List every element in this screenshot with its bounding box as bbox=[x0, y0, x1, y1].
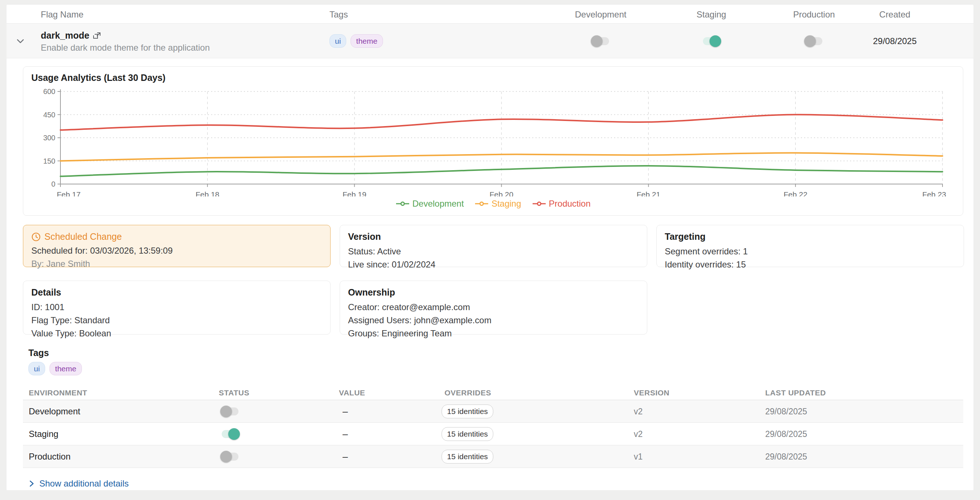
svg-text:Feb 22: Feb 22 bbox=[783, 190, 807, 196]
chart-legend: DevelopmentStagingProduction bbox=[23, 199, 963, 209]
targeting-card-title: Targeting bbox=[665, 232, 956, 242]
tag-pill-theme[interactable]: theme bbox=[49, 362, 81, 375]
expand-chevron-icon[interactable] bbox=[14, 36, 26, 46]
env-name: Staging bbox=[29, 423, 58, 445]
development-row-toggle[interactable] bbox=[222, 407, 239, 415]
svg-text:Feb 21: Feb 21 bbox=[637, 190, 660, 196]
scheduled-change-title: Scheduled Change bbox=[45, 232, 122, 242]
scheduled-for: Scheduled for: 03/03/2026, 13:59:09 bbox=[31, 246, 322, 256]
tag-pill-ui[interactable]: ui bbox=[329, 34, 346, 48]
column-production: Production bbox=[767, 10, 861, 20]
svg-text:Feb 19: Feb 19 bbox=[342, 190, 366, 196]
identities-badge[interactable]: 15 identities bbox=[442, 427, 493, 441]
development-toggle[interactable] bbox=[592, 37, 609, 45]
staging-toggle[interactable] bbox=[703, 37, 720, 45]
env-name: Development bbox=[29, 400, 80, 423]
identities-badge[interactable]: 15 identities bbox=[442, 450, 493, 463]
env-name: Production bbox=[29, 445, 71, 468]
flag-row: dark_mode Enable dark mode theme for the… bbox=[6, 24, 974, 58]
details-card: Details ID: 1001 Flag Type: Standard Val… bbox=[23, 281, 331, 335]
assigned-users: Assigned Users: john@example.com bbox=[348, 315, 639, 326]
env-last-updated: 29/08/2025 bbox=[765, 445, 807, 468]
tag-pill-ui[interactable]: ui bbox=[29, 362, 45, 375]
value-type: Value Type: Boolean bbox=[31, 328, 322, 339]
identities-badge[interactable]: 15 identities bbox=[442, 404, 493, 419]
external-link-icon[interactable] bbox=[93, 31, 102, 40]
version-live-since: Live since: 01/02/2024 bbox=[348, 259, 639, 270]
details-card-title: Details bbox=[31, 287, 322, 298]
legend-item-development[interactable]: Development bbox=[396, 199, 464, 209]
scheduled-by: By: Jane Smith bbox=[31, 259, 322, 269]
header-status: STATUS bbox=[219, 388, 249, 397]
header-environment: ENVIRONMENT bbox=[29, 388, 88, 397]
chart-title: Usage Analytics (Last 30 Days) bbox=[31, 72, 165, 83]
flag-description: Enable dark mode theme for the applicati… bbox=[41, 43, 210, 53]
version-status: Status: Active bbox=[348, 246, 639, 257]
ownership-card-title: Ownership bbox=[348, 287, 639, 298]
tags-section-tags: uitheme bbox=[29, 362, 82, 375]
version-card-title: Version bbox=[348, 232, 639, 242]
header-version: VERSION bbox=[634, 388, 670, 397]
env-version: v2 bbox=[634, 400, 643, 423]
env-last-updated: 29/08/2025 bbox=[765, 400, 807, 423]
env-version: v2 bbox=[634, 423, 643, 445]
column-development: Development bbox=[554, 10, 648, 20]
tags-section-title: Tags bbox=[29, 348, 49, 358]
table-row-production: Production – 15 identities v1 29/08/2025 bbox=[23, 445, 963, 468]
env-last-updated: 29/08/2025 bbox=[765, 423, 807, 445]
scheduled-change-card: Scheduled Change Scheduled for: 03/03/20… bbox=[23, 225, 331, 267]
svg-text:Feb 18: Feb 18 bbox=[196, 190, 219, 196]
column-tags: Tags bbox=[329, 10, 348, 20]
legend-item-production[interactable]: Production bbox=[532, 199, 591, 209]
flag-row-tags: uitheme bbox=[329, 24, 383, 58]
flag-created-date: 29/08/2025 bbox=[848, 24, 942, 58]
usage-analytics-card: Usage Analytics (Last 30 Days) 015030045… bbox=[23, 66, 963, 216]
header-overrides: OVERRIDES bbox=[444, 388, 491, 397]
column-flag-name: Flag Name bbox=[41, 10, 83, 20]
chevron-right-icon bbox=[29, 479, 35, 487]
column-staging: Staging bbox=[664, 10, 759, 20]
svg-text:Feb 23: Feb 23 bbox=[923, 190, 946, 196]
svg-text:600: 600 bbox=[43, 88, 55, 96]
tag-pill-theme[interactable]: theme bbox=[351, 34, 383, 48]
svg-text:0: 0 bbox=[51, 180, 55, 188]
header-last-updated: LAST UPDATED bbox=[765, 388, 826, 397]
svg-text:Feb 17: Feb 17 bbox=[57, 190, 80, 196]
env-value: – bbox=[342, 445, 348, 468]
table-row-development: Development – 15 identities v2 29/08/202… bbox=[23, 400, 963, 423]
show-additional-details-link[interactable]: Show additional details bbox=[29, 479, 129, 489]
production-row-toggle[interactable] bbox=[222, 453, 239, 461]
table-row-staging: Staging – 15 identities v2 29/08/2025 bbox=[23, 423, 963, 445]
header-value: VALUE bbox=[339, 388, 365, 397]
staging-row-toggle[interactable] bbox=[222, 430, 239, 438]
env-value: – bbox=[342, 400, 348, 423]
version-card: Version Status: Active Live since: 01/02… bbox=[340, 225, 647, 267]
clock-icon bbox=[31, 232, 41, 241]
environment-table: ENVIRONMENT STATUS VALUE OVERRIDES VERSI… bbox=[23, 386, 963, 468]
ownership-card: Ownership Creator: creator@example.com A… bbox=[340, 281, 647, 335]
env-value: – bbox=[342, 423, 348, 445]
segment-overrides: Segment overrides: 1 bbox=[665, 246, 956, 257]
flag-type: Flag Type: Standard bbox=[31, 315, 322, 326]
svg-text:300: 300 bbox=[43, 134, 55, 142]
flag-id: ID: 1001 bbox=[31, 302, 322, 312]
svg-text:Feb 20: Feb 20 bbox=[490, 190, 513, 196]
feature-flag-panel: Flag Name Tags Development Staging Produ… bbox=[6, 5, 974, 490]
legend-item-staging[interactable]: Staging bbox=[475, 199, 521, 209]
svg-text:450: 450 bbox=[43, 111, 55, 119]
flag-name: dark_mode bbox=[41, 30, 89, 41]
creator: Creator: creator@example.com bbox=[348, 302, 639, 312]
svg-text:150: 150 bbox=[43, 157, 55, 165]
env-version: v1 bbox=[634, 445, 643, 468]
usage-analytics-chart: 0150300450600Feb 17Feb 18Feb 19Feb 20Feb… bbox=[30, 86, 956, 196]
production-toggle[interactable] bbox=[806, 37, 822, 45]
column-created: Created bbox=[848, 10, 942, 20]
targeting-card: Targeting Segment overrides: 1 Identity … bbox=[656, 225, 964, 267]
flag-table-header: Flag Name Tags Development Staging Produ… bbox=[6, 5, 974, 24]
environment-table-header: ENVIRONMENT STATUS VALUE OVERRIDES VERSI… bbox=[23, 386, 963, 400]
groups: Groups: Engineering Team bbox=[348, 328, 639, 339]
identity-overrides: Identity overrides: 15 bbox=[665, 259, 956, 270]
